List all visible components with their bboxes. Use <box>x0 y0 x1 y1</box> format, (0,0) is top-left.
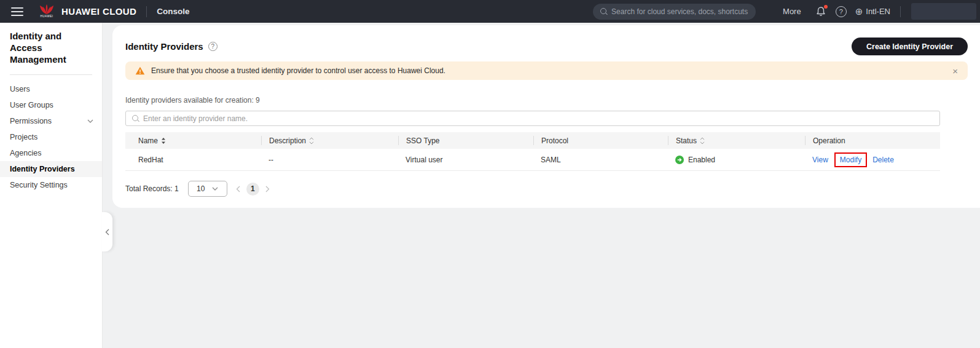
column-header-description[interactable]: Description <box>261 136 398 145</box>
global-search-input[interactable] <box>611 7 748 16</box>
sidebar-item-security-settings[interactable]: Security Settings <box>0 177 102 193</box>
sidebar-item-label: Agencies <box>10 149 41 157</box>
idp-search-box[interactable] <box>125 111 940 126</box>
warning-banner-text: Ensure that you choose a trusted identit… <box>151 66 445 75</box>
sidebar: Identity and Access Management Users Use… <box>0 23 103 348</box>
column-header-status[interactable]: Status <box>668 136 805 145</box>
menu-hamburger-icon[interactable] <box>11 7 23 16</box>
sidebar-item-label: Identity Providers <box>10 165 75 173</box>
warning-triangle-icon <box>135 66 145 75</box>
table-header: Name Description SSO Type Protocol Statu… <box>125 132 940 149</box>
huawei-flower-icon <box>39 4 54 15</box>
idp-search-input[interactable] <box>143 114 933 123</box>
page-title: Identity Providers <box>125 41 203 52</box>
cell-status: Enabled <box>668 156 805 164</box>
column-label: SSO Type <box>406 136 439 145</box>
sidebar-item-identity-providers[interactable]: Identity Providers <box>0 161 102 177</box>
sort-icon[interactable] <box>309 137 314 144</box>
page-size-value: 10 <box>197 184 205 193</box>
cell-sso-type: Virtual user <box>398 156 533 164</box>
account-area[interactable] <box>911 3 976 20</box>
column-header-protocol: Protocol <box>533 136 668 145</box>
more-menu[interactable]: More <box>783 7 801 16</box>
global-search[interactable] <box>593 4 756 20</box>
sidebar-item-agencies[interactable]: Agencies <box>0 145 102 161</box>
sidebar-item-users[interactable]: Users <box>0 81 102 97</box>
delete-link[interactable]: Delete <box>872 156 894 164</box>
pagination-bar: Total Records: 1 10 1 <box>125 181 968 197</box>
sidebar-divider <box>10 74 92 75</box>
page-header: Identity Providers ? Create Identity Pro… <box>125 38 968 55</box>
globe-icon: ⊕ <box>855 7 863 16</box>
topbar-divider <box>146 6 147 17</box>
topbar: HUAWEI HUAWEI CLOUD Console More ? ⊕ Int… <box>0 0 980 23</box>
next-page-button[interactable] <box>265 186 270 192</box>
content-panel: Identity Providers ? Create Identity Pro… <box>112 25 980 208</box>
table-row: RedHat -- Virtual user SAML Enabled View… <box>125 149 940 171</box>
search-icon <box>132 115 139 122</box>
console-link[interactable]: Console <box>157 7 189 16</box>
status-badge: Enabled <box>688 156 715 164</box>
sidebar-item-label: User Groups <box>10 101 53 109</box>
sidebar-item-label: Users <box>10 85 30 93</box>
sidebar-item-label: Security Settings <box>10 181 68 189</box>
cell-operations: View Modify Delete <box>805 152 940 167</box>
column-header-name[interactable]: Name <box>125 136 261 145</box>
sidebar-collapse-handle[interactable] <box>102 212 112 251</box>
locale-label: Intl-EN <box>866 7 890 16</box>
column-label: Protocol <box>541 136 568 145</box>
language-selector[interactable]: ⊕ Intl-EN <box>855 7 890 16</box>
cell-protocol: SAML <box>533 156 668 164</box>
column-label: Status <box>676 136 697 145</box>
column-label: Operation <box>813 136 845 145</box>
brand-title: HUAWEI CLOUD <box>61 6 136 17</box>
column-label: Description <box>269 136 306 145</box>
notification-badge <box>824 5 828 9</box>
close-icon[interactable]: × <box>952 66 958 76</box>
create-identity-provider-button[interactable]: Create Identity Provider <box>852 38 968 55</box>
cell-name: RedHat <box>125 156 261 164</box>
view-link[interactable]: View <box>812 156 828 164</box>
sidebar-item-user-groups[interactable]: User Groups <box>0 97 102 113</box>
page-size-select[interactable]: 10 <box>188 181 227 197</box>
prev-page-button[interactable] <box>236 186 240 192</box>
chevron-down-icon <box>87 119 93 123</box>
sidebar-title: Identity and Access Management <box>0 31 102 65</box>
huawei-logo[interactable]: HUAWEI <box>39 4 54 18</box>
chevron-left-icon <box>236 186 240 192</box>
chevron-down-icon <box>212 187 218 191</box>
cell-description: -- <box>261 156 398 164</box>
help-question-icon[interactable]: ? <box>836 6 847 17</box>
sort-icon[interactable] <box>700 137 705 144</box>
available-count-label: Identity providers available for creatio… <box>125 96 968 105</box>
sidebar-item-label: Permissions <box>10 117 52 125</box>
sidebar-item-label: Projects <box>10 133 37 141</box>
huawei-logo-text: HUAWEI <box>41 15 53 18</box>
topbar-divider-2 <box>900 6 901 17</box>
chevron-left-icon <box>105 229 109 235</box>
modify-highlight-box: Modify <box>834 152 867 167</box>
column-header-operation: Operation <box>805 136 940 145</box>
sort-icon[interactable] <box>161 137 166 144</box>
warning-banner: Ensure that you choose a trusted identit… <box>125 61 968 80</box>
idp-table: Name Description SSO Type Protocol Statu… <box>125 132 940 171</box>
notifications-bell-icon[interactable] <box>816 6 826 17</box>
sidebar-item-permissions[interactable]: Permissions <box>0 113 102 129</box>
status-enabled-icon <box>675 156 684 164</box>
sidebar-item-projects[interactable]: Projects <box>0 129 102 145</box>
column-label: Name <box>138 136 158 145</box>
total-records-label: Total Records: 1 <box>125 184 179 193</box>
column-header-sso-type: SSO Type <box>398 136 533 145</box>
page-help-icon[interactable]: ? <box>208 42 218 51</box>
page-number-1[interactable]: 1 <box>246 183 259 196</box>
chevron-right-icon <box>265 186 270 192</box>
search-icon <box>600 8 607 15</box>
modify-link[interactable]: Modify <box>840 156 861 164</box>
